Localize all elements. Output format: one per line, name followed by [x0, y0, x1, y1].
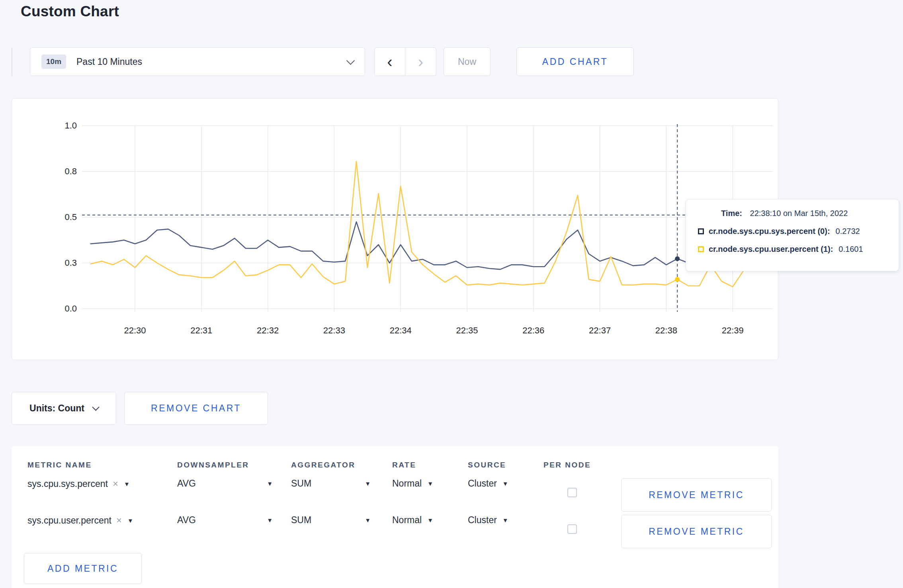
downsampler-select[interactable]: AVG ▼	[177, 515, 273, 526]
metric-row: sys.cpu.sys.percent × ▼ AVG ▼ SUM ▼ Norm…	[12, 478, 778, 515]
caret-down-icon: ▼	[124, 481, 130, 487]
remove-metric-button[interactable]: REMOVE METRIC	[621, 478, 772, 512]
caret-down-icon: ▼	[127, 517, 133, 524]
time-range-dropdown[interactable]: 10m Past 10 Minutes	[30, 47, 365, 76]
series-1-swatch-icon	[698, 246, 704, 252]
toolbar-divider	[12, 47, 12, 76]
svg-text:0.5: 0.5	[64, 212, 77, 222]
col-header-rate: RATE	[392, 461, 416, 469]
svg-text:22:36: 22:36	[522, 325, 544, 335]
rate-select[interactable]: Normal ▼	[392, 515, 433, 526]
svg-text:22:39: 22:39	[722, 325, 744, 335]
svg-text:22:30: 22:30	[124, 325, 146, 335]
tooltip-time-label: Time:	[721, 209, 742, 218]
rate-select[interactable]: Normal ▼	[392, 478, 433, 489]
svg-text:22:34: 22:34	[390, 325, 412, 335]
col-header-downsampler: DOWNSAMPLER	[177, 461, 249, 469]
clear-metric-icon[interactable]: ×	[113, 478, 118, 489]
svg-text:22:37: 22:37	[589, 325, 611, 335]
caret-down-icon: ▼	[427, 480, 433, 487]
chart-panel[interactable]: 0.00.30.50.81.022:3022:3122:3222:3322:34…	[12, 98, 778, 360]
tooltip-series-row: cr.node.sys.cpu.user.percent (1): 0.1601	[698, 245, 899, 254]
chevron-down-icon	[92, 403, 99, 411]
next-time-button[interactable]: ›	[405, 47, 436, 76]
caret-down-icon: ▼	[365, 480, 371, 487]
svg-text:22:31: 22:31	[190, 325, 212, 335]
time-range-label: Past 10 Minutes	[76, 56, 142, 67]
remove-chart-button[interactable]: REMOVE CHART	[124, 392, 268, 425]
svg-text:22:38: 22:38	[655, 325, 677, 335]
time-pager: ‹ ›	[374, 47, 436, 76]
now-button[interactable]: Now	[444, 47, 491, 76]
col-header-aggregator: AGGREGATOR	[291, 461, 356, 469]
svg-text:1.0: 1.0	[64, 121, 77, 130]
col-header-source: SOURCE	[468, 461, 506, 469]
page-title: Custom Chart	[21, 3, 119, 20]
svg-text:22:35: 22:35	[456, 325, 478, 335]
caret-down-icon: ▼	[365, 517, 371, 524]
prev-time-button[interactable]: ‹	[374, 47, 405, 76]
line-chart[interactable]: 0.00.30.50.81.022:3022:3122:3222:3322:34…	[12, 99, 779, 360]
svg-text:22:32: 22:32	[257, 325, 279, 335]
chart-tooltip: Time: 22:38:10 on Mar 15th, 2022 cr.node…	[686, 199, 899, 271]
svg-text:0.0: 0.0	[64, 304, 77, 313]
svg-text:22:33: 22:33	[323, 325, 345, 335]
add-metric-button[interactable]: ADD METRIC	[24, 553, 142, 584]
caret-down-icon: ▼	[502, 517, 508, 524]
caret-down-icon: ▼	[502, 480, 508, 487]
chevron-left-icon: ‹	[387, 54, 392, 70]
remove-metric-button[interactable]: REMOVE METRIC	[621, 515, 772, 548]
metric-name-select[interactable]: sys.cpu.user.percent × ▼	[27, 515, 133, 526]
metric-row: sys.cpu.user.percent × ▼ AVG ▼ SUM ▼ Nor…	[12, 515, 778, 551]
clear-metric-icon[interactable]: ×	[116, 515, 122, 526]
metric-name-select[interactable]: sys.cpu.sys.percent × ▼	[27, 478, 130, 489]
per-node-checkbox[interactable]	[567, 488, 577, 497]
chevron-right-icon: ›	[418, 54, 423, 70]
caret-down-icon: ▼	[267, 480, 273, 487]
source-select[interactable]: Cluster ▼	[468, 515, 508, 526]
downsampler-select[interactable]: AVG ▼	[177, 478, 273, 489]
caret-down-icon: ▼	[267, 517, 273, 524]
aggregator-select[interactable]: SUM ▼	[291, 515, 371, 526]
caret-down-icon: ▼	[427, 517, 433, 524]
tooltip-series-row: cr.node.sys.cpu.sys.percent (0): 0.2732	[698, 227, 899, 236]
add-chart-button[interactable]: ADD CHART	[516, 47, 634, 76]
tooltip-time-value: 22:38:10 on Mar 15th, 2022	[750, 209, 848, 218]
svg-text:0.8: 0.8	[64, 166, 77, 176]
per-node-checkbox[interactable]	[567, 524, 577, 534]
series-0-swatch-icon	[698, 228, 704, 234]
chevron-down-icon	[346, 56, 355, 64]
col-header-per-node: PER NODE	[543, 461, 591, 469]
tooltip-time-row: Time: 22:38:10 on Mar 15th, 2022	[721, 209, 899, 218]
units-dropdown[interactable]: Units: Count	[12, 392, 116, 425]
source-select[interactable]: Cluster ▼	[468, 478, 508, 489]
aggregator-select[interactable]: SUM ▼	[291, 478, 371, 489]
time-range-badge: 10m	[41, 55, 66, 69]
svg-text:0.3: 0.3	[64, 258, 77, 268]
col-header-metric-name: METRIC NAME	[27, 461, 92, 469]
